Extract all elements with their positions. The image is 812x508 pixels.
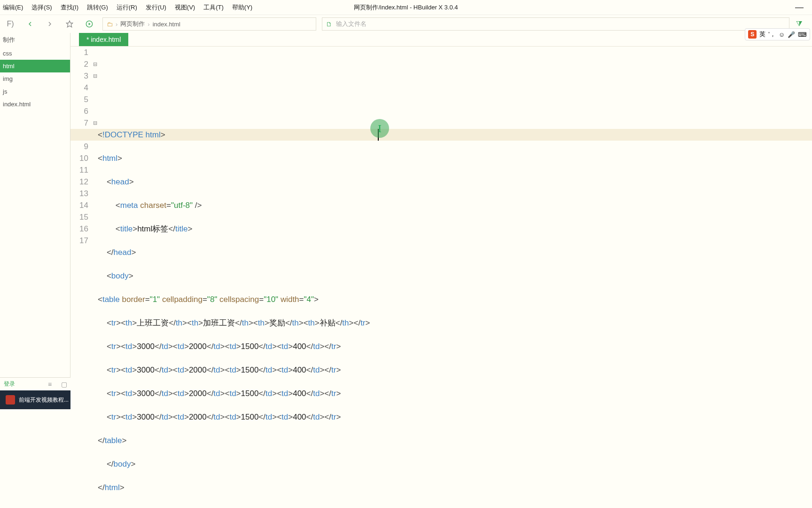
menu-edit[interactable]: 编辑(E) <box>3 3 23 12</box>
nav-forward-icon[interactable] <box>43 17 56 31</box>
run-icon[interactable] <box>83 17 96 31</box>
ime-mic-icon[interactable]: 🎤 <box>788 31 795 38</box>
nav-back-icon[interactable] <box>23 17 37 31</box>
menu-goto[interactable]: 跳转(G) <box>87 3 108 12</box>
line-gutter: 1 2 3 4 5 6 7 8 9 10 11 12 13 14 15 16 1… <box>70 47 92 508</box>
project-sidebar[interactable]: 制作 css html img js index.html <box>0 33 70 377</box>
menu-publish[interactable]: 发行(U) <box>146 3 166 12</box>
tab-modified-icon: * <box>86 36 89 43</box>
editor-tab[interactable]: * index.html <box>79 33 128 46</box>
task-item[interactable]: 前端开发视频教程... <box>0 390 75 409</box>
file-search-input[interactable]: 🗋 输入文件名 <box>322 17 789 31</box>
code-area[interactable]: 1 2 3 4 5 6 7 8 9 10 11 12 13 14 15 16 1… <box>70 47 812 508</box>
list-icon[interactable]: ≡ <box>48 381 52 388</box>
window-minimize-icon[interactable]: — <box>795 2 804 12</box>
source-text[interactable]: I <!DOCTYPE html> <html> <head> <meta ch… <box>98 47 812 508</box>
star-icon[interactable] <box>63 17 76 31</box>
ime-lang[interactable]: 英 <box>759 30 765 39</box>
cursor-highlight-icon: I <box>370 119 389 138</box>
ime-toolbar[interactable]: S 英 '， ☺ 🎤 ⌨ <box>745 28 810 40</box>
ime-emoji-icon[interactable]: ☺ <box>779 31 785 38</box>
app-icon <box>6 395 15 405</box>
search-file-icon: 🗋 <box>326 21 332 28</box>
breadcrumb[interactable]: 🗀 › 网页制作 › index.html <box>102 17 316 31</box>
toolbar: F) 🗀 › 网页制作 › index.html 🗋 输入文件名 ⧩ <box>0 15 812 33</box>
sidebar-item[interactable]: index.html <box>0 98 70 111</box>
sidebar-item[interactable]: css <box>0 47 70 60</box>
menu-bar: 编辑(E) 选择(S) 查找(I) 跳转(G) 运行(R) 发行(U) 视图(V… <box>0 0 812 15</box>
ime-keyboard-icon[interactable]: ⌨ <box>798 31 807 38</box>
svg-marker-2 <box>89 23 91 25</box>
nav-menu-button[interactable]: F) <box>4 17 17 31</box>
sidebar-item[interactable]: js <box>0 85 70 98</box>
tab-label: index.html <box>91 36 121 43</box>
folder-icon: 🗀 <box>107 21 113 28</box>
menu-view[interactable]: 视图(V) <box>175 3 195 12</box>
status-login[interactable]: 登录 <box>4 380 15 388</box>
main-area: 制作 css html img js index.html * index.ht… <box>0 33 812 377</box>
search-placeholder: 输入文件名 <box>336 20 367 28</box>
fold-gutter[interactable]: ⊟⊟⊟⊟ <box>92 47 98 508</box>
menu-help[interactable]: 帮助(Y) <box>232 3 252 12</box>
menu-tools[interactable]: 工具(T) <box>203 3 224 12</box>
breadcrumb-sep: › <box>148 21 149 28</box>
menu-find[interactable]: 查找(I) <box>61 3 78 12</box>
sogou-logo-icon: S <box>748 30 757 39</box>
breadcrumb-part-1[interactable]: index.html <box>153 21 180 28</box>
terminal-icon[interactable]: ▢ <box>61 381 67 388</box>
menu-select[interactable]: 选择(S) <box>31 3 52 12</box>
ime-punct-icon[interactable]: '， <box>768 30 775 39</box>
editor: * index.html 1 2 3 4 5 6 7 8 9 10 11 12 … <box>70 33 812 377</box>
filter-icon[interactable]: ⧩ <box>789 20 808 28</box>
breadcrumb-sep: › <box>116 21 117 28</box>
menu-run[interactable]: 运行(R) <box>117 3 137 12</box>
sidebar-item[interactable]: 制作 <box>0 33 70 47</box>
breadcrumb-part-0[interactable]: 网页制作 <box>120 20 145 28</box>
sidebar-item-active[interactable]: html <box>0 60 70 72</box>
sidebar-item[interactable]: img <box>0 72 70 85</box>
svg-marker-0 <box>66 21 72 27</box>
tab-bar: * index.html <box>70 33 812 47</box>
